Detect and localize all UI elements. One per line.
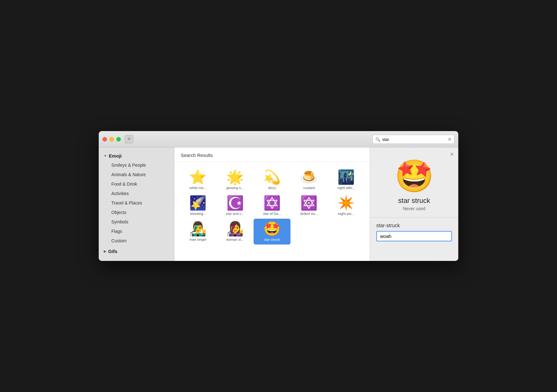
app-window: + 🔍 ✕ ▼ Emoji Smileys & People Animals &… (99, 131, 458, 261)
sidebar-item-objects[interactable]: Objects (99, 208, 174, 217)
emoji-glyph: 🤩 (263, 222, 281, 236)
emoji-glyph: 👨‍🎤 (189, 222, 207, 236)
search-icon: 🔍 (375, 137, 380, 141)
emoji-item-night-with-stars[interactable]: 🌃 night with... (328, 167, 365, 193)
emoji-item-shooting-star[interactable]: 🌠 shooting... (179, 193, 216, 219)
sidebar-item-symbols[interactable]: Symbols (99, 217, 174, 227)
emoji-label: man singer (189, 238, 206, 241)
emoji-item-star-of-david[interactable]: ✡️ star of Da... (254, 193, 290, 219)
emoji-label: custard (303, 186, 315, 190)
emoji-section: ▼ Emoji Smileys & People Animals & Natur… (99, 151, 174, 245)
sidebar-item-food-drink[interactable]: Food & Drink (99, 179, 174, 189)
emoji-item-man-singer[interactable]: 👨‍🎤 man singer (179, 219, 216, 245)
traffic-lights (103, 137, 121, 141)
results-header: Search Results (174, 147, 370, 162)
emoji-label: dotted six... (300, 212, 318, 216)
emoji-glyph: 🌟 (226, 170, 244, 184)
results-panel: Search Results ⭐ white me... 🌟 glowing s… (174, 147, 370, 261)
detail-close-button[interactable]: ✕ (449, 151, 454, 157)
sidebar-item-activities[interactable]: Activities (99, 189, 174, 198)
emoji-glyph: ⭐ (189, 170, 207, 184)
emoji-label: eight-poi... (338, 212, 354, 216)
detail-usage-text: Never used (403, 206, 425, 211)
search-bar: 🔍 ✕ (372, 135, 454, 144)
emoji-glyph: ✡️ (263, 196, 281, 210)
emoji-label: star struck (264, 238, 280, 241)
emoji-label: white me... (190, 186, 206, 190)
gifs-section-header[interactable]: ▶ Gifs (99, 247, 174, 256)
new-tab-button[interactable]: + (125, 135, 133, 144)
emoji-item-white-medium-star[interactable]: ⭐ white me... (179, 167, 216, 193)
emoji-label: glowing s... (226, 186, 244, 190)
emoji-label: star and c... (226, 212, 244, 216)
emoji-category-list: Smileys & People Animals & Nature Food &… (99, 160, 174, 245)
gifs-section: ▶ Gifs (99, 247, 174, 256)
emoji-label: woman si... (226, 238, 244, 241)
emoji-glyph: ☪️ (226, 196, 244, 210)
emoji-glyph: 🍮 (300, 170, 318, 184)
triangle-right-icon: ▶ (104, 250, 106, 253)
emoji-item-star-struck[interactable]: 🤩 star struck (254, 219, 290, 245)
detail-panel: ✕ 🤩 star struck Never used star-struck (370, 147, 458, 261)
emoji-label: shooting... (190, 212, 206, 216)
detail-emoji-large: 🤩 (395, 160, 434, 192)
sidebar: ▼ Emoji Smileys & People Animals & Natur… (99, 147, 174, 261)
emoji-label: star of Da... (263, 212, 281, 216)
sidebar-item-animals-nature[interactable]: Animals & Nature (99, 170, 174, 179)
emoji-item-dizzy[interactable]: 💫 dizzy (254, 167, 290, 193)
emoji-item-woman-singer[interactable]: 👩‍🎤 woman si... (216, 219, 253, 245)
emoji-section-header[interactable]: ▼ Emoji (99, 151, 174, 160)
detail-emoji-name: star struck (398, 197, 430, 205)
emoji-glyph: 🌠 (189, 196, 207, 210)
emoji-item-custard[interactable]: 🍮 custard (290, 167, 327, 193)
search-input[interactable] (382, 137, 446, 141)
detail-shortcode-input[interactable] (376, 231, 452, 241)
emoji-grid: ⭐ white me... 🌟 glowing s... 💫 dizzy 🍮 c… (174, 162, 370, 250)
maximize-button[interactable] (116, 137, 121, 141)
emoji-label: dizzy (268, 186, 276, 190)
emoji-glyph: 🌃 (337, 170, 355, 184)
emoji-item-star-and-crescent[interactable]: ☪️ star and c... (216, 193, 253, 219)
emoji-glyph: 💫 (263, 170, 281, 184)
sidebar-item-flags[interactable]: Flags (99, 227, 174, 236)
emoji-label: night with... (337, 186, 355, 190)
emoji-item-dotted-six-pointed-star[interactable]: 🔯 dotted six... (290, 193, 327, 219)
emoji-glyph: ✴️ (337, 196, 355, 210)
sidebar-item-custom[interactable]: Custom (99, 236, 174, 245)
detail-divider (370, 217, 458, 218)
main-content: ▼ Emoji Smileys & People Animals & Natur… (99, 147, 458, 261)
emoji-item-glowing-star[interactable]: 🌟 glowing s... (216, 167, 253, 193)
emoji-section-label: Emoji (109, 153, 122, 159)
emoji-glyph: 🔯 (300, 196, 318, 210)
minimize-button[interactable] (109, 137, 114, 141)
triangle-down-icon: ▼ (104, 154, 107, 158)
sidebar-item-smileys-people[interactable]: Smileys & People (99, 160, 174, 170)
search-clear-button[interactable]: ✕ (448, 136, 452, 142)
detail-shortcode-label: star-struck (370, 223, 400, 228)
close-button[interactable] (103, 137, 107, 141)
gifs-section-label: Gifs (108, 249, 117, 254)
emoji-glyph: 👩‍🎤 (226, 222, 244, 236)
emoji-item-eight-pointed-star[interactable]: ✴️ eight-poi... (328, 193, 365, 219)
title-bar: + 🔍 ✕ (99, 131, 458, 147)
sidebar-item-travel-places[interactable]: Travel & Places (99, 198, 174, 208)
